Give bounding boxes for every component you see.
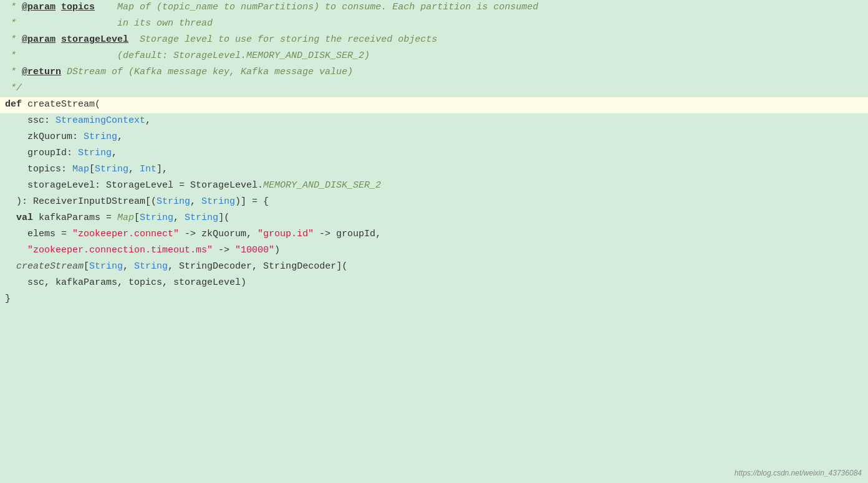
line-18-content: ssc, kafkaParams, topics, storageLevel) bbox=[5, 275, 863, 290]
line-16-content: "zookeeper.connection.timeout.ms" -> "10… bbox=[5, 243, 863, 257]
code-line-10: groupId: String, bbox=[0, 146, 868, 162]
line-14-content: val kafkaParams = Map[String, String]( bbox=[5, 211, 863, 225]
line-12-content: storageLevel: StorageLevel = StorageLeve… bbox=[5, 178, 863, 193]
line-10-content: groupId: String, bbox=[5, 146, 863, 160]
code-line-5: * @return DStream of (Kafka message key,… bbox=[0, 65, 868, 81]
line-1-content: * @param topics Map of (topic_name to nu… bbox=[5, 0, 863, 14]
code-line-14: val kafkaParams = Map[String, String]( bbox=[0, 211, 868, 227]
line-4-content: * (default: StorageLevel.MEMORY_AND_DISK… bbox=[5, 49, 863, 63]
code-line-4: * (default: StorageLevel.MEMORY_AND_DISK… bbox=[0, 49, 868, 65]
code-line-15: elems = "zookeeper.connect" -> zkQuorum,… bbox=[0, 227, 868, 243]
line-6-content: */ bbox=[5, 81, 863, 95]
line-15-content: elems = "zookeeper.connect" -> zkQuorum,… bbox=[5, 227, 863, 241]
code-line-13: ): ReceiverInputDStream[(String, String)… bbox=[0, 194, 868, 211]
code-line-2: * in its own thread bbox=[0, 16, 868, 32]
line-9-content: zkQuorum: String, bbox=[5, 130, 863, 144]
line-8-content: ssc: StreamingContext, bbox=[5, 113, 863, 128]
code-line-3: * @param storageLevel Storage level to u… bbox=[0, 32, 868, 49]
code-line-18: ssc, kafkaParams, topics, storageLevel) bbox=[0, 275, 868, 292]
code-line-19: } bbox=[0, 292, 868, 308]
code-line-12: storageLevel: StorageLevel = StorageLeve… bbox=[0, 178, 868, 194]
code-line-11: topics: Map[String, Int], bbox=[0, 162, 868, 178]
code-line-1: * @param topics Map of (topic_name to nu… bbox=[0, 0, 868, 16]
code-block: * @param topics Map of (topic_name to nu… bbox=[0, 0, 868, 308]
code-line-17: createStream[String, String, StringDecod… bbox=[0, 259, 868, 275]
watermark: https://blog.csdn.net/weixin_43736084 bbox=[735, 467, 862, 479]
code-line-9: zkQuorum: String, bbox=[0, 130, 868, 146]
line-13-content: ): ReceiverInputDStream[(String, String)… bbox=[5, 194, 863, 209]
line-5-content: * @return DStream of (Kafka message key,… bbox=[5, 65, 863, 79]
code-line-7: def createStream( bbox=[0, 97, 868, 113]
line-19-content: } bbox=[5, 292, 863, 306]
line-7-content: def createStream( bbox=[5, 97, 863, 112]
code-line-6: */ bbox=[0, 81, 868, 97]
line-17-content: createStream[String, String, StringDecod… bbox=[5, 259, 863, 274]
code-line-8: ssc: StreamingContext, bbox=[0, 113, 868, 130]
line-11-content: topics: Map[String, Int], bbox=[5, 162, 863, 176]
line-2-content: * in its own thread bbox=[5, 16, 863, 31]
line-3-content: * @param storageLevel Storage level to u… bbox=[5, 32, 863, 47]
code-line-16: "zookeeper.connection.timeout.ms" -> "10… bbox=[0, 243, 868, 259]
